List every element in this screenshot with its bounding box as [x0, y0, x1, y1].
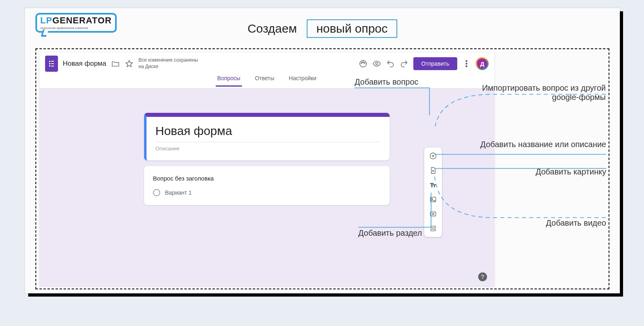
- save-status: Все изменения сохранены на Диске: [138, 57, 199, 70]
- avatar-letter: Д: [477, 58, 487, 69]
- forms-canvas: Описание Вопрос без заголовка Вариант 1: [39, 89, 494, 286]
- more-icon[interactable]: [462, 59, 471, 68]
- svg-point-12: [466, 63, 467, 64]
- preview-icon[interactable]: [372, 59, 381, 68]
- svg-rect-21: [431, 229, 436, 231]
- svg-point-7: [361, 62, 362, 63]
- folder-icon[interactable]: [111, 59, 120, 68]
- side-toolbar: TT: [424, 147, 442, 237]
- help-button[interactable]: ?: [478, 272, 487, 281]
- annotation-import-question: Импортировать вопрос из другой google-фо…: [453, 83, 606, 102]
- svg-rect-5: [51, 66, 54, 66]
- svg-rect-3: [51, 63, 54, 64]
- annotation-add-title: Добавить название или описание: [453, 140, 606, 149]
- page-title-plain: Создаем: [248, 22, 297, 35]
- form-name[interactable]: Новая форма: [63, 60, 106, 68]
- tab-responses[interactable]: Ответы: [253, 75, 276, 85]
- svg-point-10: [376, 62, 378, 65]
- svg-point-11: [466, 60, 467, 62]
- add-title-button[interactable]: TT: [427, 179, 439, 191]
- tab-settings[interactable]: Настройки: [287, 75, 318, 85]
- avatar[interactable]: Д: [476, 57, 489, 70]
- svg-rect-1: [51, 61, 54, 62]
- add-section-button[interactable]: [427, 222, 439, 235]
- svg-rect-20: [431, 226, 436, 228]
- forms-tabs: Вопросы Ответы Настройки: [39, 75, 494, 89]
- svg-point-8: [362, 62, 363, 62]
- annotation-import-question-line2: google-формы: [453, 93, 606, 102]
- question-text[interactable]: Вопрос без заголовка: [153, 175, 381, 182]
- page-title: Создаем новый опрос: [25, 19, 620, 38]
- slide-frame: LPGENERATOR технологии привлечения клиен…: [25, 8, 620, 293]
- svg-text:T: T: [433, 184, 436, 188]
- svg-rect-0: [49, 61, 50, 62]
- svg-rect-2: [49, 63, 50, 64]
- dashed-panel: Новая форма Все изменения сохранены на Д…: [35, 48, 609, 289]
- forms-header: Новая форма Все изменения сохранены на Д…: [39, 52, 494, 75]
- radio-icon: [153, 189, 160, 196]
- svg-rect-4: [49, 65, 50, 66]
- annotation-add-image: Добавить картинку: [453, 167, 606, 176]
- option-label: Вариант 1: [165, 189, 192, 196]
- form-title-input[interactable]: [155, 124, 381, 140]
- svg-point-13: [466, 66, 467, 67]
- form-title-card[interactable]: Описание: [144, 113, 390, 160]
- redo-icon[interactable]: [400, 59, 409, 68]
- add-image-button[interactable]: [427, 193, 439, 206]
- question-card[interactable]: Вопрос без заголовка Вариант 1: [144, 166, 390, 205]
- forms-logo-icon[interactable]: [45, 56, 58, 72]
- import-question-button[interactable]: [427, 164, 439, 176]
- tab-questions[interactable]: Вопросы: [216, 75, 242, 87]
- annotation-add-video: Добавить видео: [453, 218, 606, 228]
- svg-point-9: [364, 62, 365, 63]
- star-icon[interactable]: [125, 59, 134, 68]
- google-forms-window: Новая форма Все изменения сохранены на Д…: [39, 52, 494, 286]
- form-description[interactable]: Описание: [155, 142, 381, 152]
- annotation-add-section: Добавить раздел: [358, 228, 422, 238]
- add-question-button[interactable]: [427, 150, 439, 162]
- palette-icon[interactable]: [359, 59, 367, 68]
- page-title-boxed: новый опрос: [307, 19, 397, 38]
- annotation-add-question: Добавить вопрос: [355, 77, 419, 87]
- option-row[interactable]: Вариант 1: [153, 189, 381, 196]
- add-video-button[interactable]: [427, 208, 439, 220]
- annotation-import-question-line1: Импортировать вопрос из другой: [453, 83, 606, 93]
- svg-point-18: [431, 198, 433, 199]
- undo-icon[interactable]: [386, 59, 395, 68]
- send-button[interactable]: Отправить: [413, 57, 457, 70]
